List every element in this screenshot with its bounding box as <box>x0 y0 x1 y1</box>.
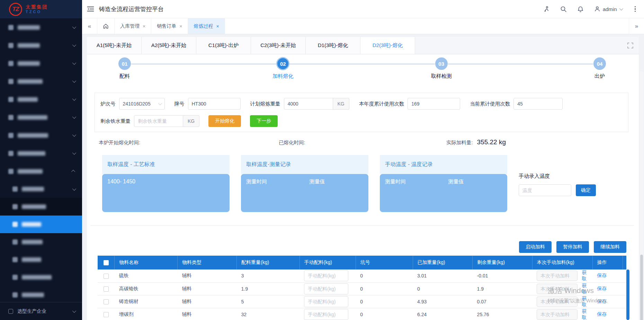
menu-item-label-blurred <box>18 61 40 66</box>
tab-close-icon[interactable]: × <box>216 24 219 29</box>
collapse-menu-icon[interactable] <box>87 6 94 12</box>
get-link[interactable]: 获取 <box>582 295 588 308</box>
notification-bell-icon[interactable] <box>577 6 584 12</box>
get-link[interactable]: 获取 <box>582 269 588 282</box>
menu-item-icon <box>8 309 13 314</box>
step-03: 03取样检测 <box>435 57 448 70</box>
manual-batch-input[interactable] <box>304 283 348 294</box>
sidebar-item[interactable] <box>0 90 82 108</box>
cell-manual-input <box>299 269 356 282</box>
page-tab-0[interactable]: 入库管理× <box>115 18 151 34</box>
chevron-down-icon <box>72 25 76 29</box>
tabs-scroll-right[interactable]: » <box>629 18 644 34</box>
sidebar-item[interactable] <box>0 36 82 54</box>
home-tab[interactable] <box>97 18 115 34</box>
manual-feed-input[interactable] <box>537 284 578 294</box>
menu-item-icon <box>12 204 18 209</box>
get-link[interactable]: 获取 <box>582 308 588 320</box>
more-options-icon[interactable] <box>633 5 638 13</box>
page-tab-2[interactable]: 熔炼过程× <box>188 18 225 34</box>
menu-item-icon <box>8 43 14 48</box>
sidebar-item-active[interactable] <box>0 216 82 233</box>
grade-input[interactable] <box>188 98 241 110</box>
page-title: 铸造全流程运营管控平台 <box>99 5 164 13</box>
select-all-checkbox[interactable] <box>104 260 109 265</box>
screen-lock-icon[interactable] <box>543 6 550 12</box>
furnace-tab-2[interactable]: C1(3吨)-出炉 <box>196 37 251 54</box>
manual-feed-input[interactable] <box>537 296 578 307</box>
save-link[interactable]: 保存 <box>597 299 607 304</box>
remain-weight-input[interactable] <box>134 115 183 127</box>
table-scrollbar[interactable] <box>626 269 629 320</box>
search-icon[interactable] <box>560 6 567 12</box>
tab-close-icon[interactable]: × <box>179 24 182 29</box>
user-menu[interactable]: admin <box>594 6 622 12</box>
tabs-scroll-left[interactable]: « <box>82 18 97 34</box>
manual-feed-input[interactable] <box>537 309 578 320</box>
row-checkbox[interactable] <box>104 312 109 317</box>
cell-name: 增碳剂 <box>115 308 178 320</box>
start-melting-button[interactable]: 开始熔化 <box>208 115 241 127</box>
manual-batch-input[interactable] <box>304 270 348 281</box>
manual-feed-input[interactable] <box>537 271 578 281</box>
sidebar-item-bottom[interactable]: 选型生产企业 <box>0 302 82 320</box>
sidebar-item[interactable] <box>0 162 82 180</box>
furnace-tab-0[interactable]: A1(5吨)-未开始 <box>87 37 142 54</box>
get-link[interactable]: 获取 <box>582 283 588 295</box>
fullscreen-icon[interactable] <box>627 43 633 48</box>
confirm-button[interactable]: 确定 <box>576 184 596 196</box>
page-scrollbar-thumb[interactable] <box>640 255 643 320</box>
sidebar-item[interactable] <box>0 198 82 216</box>
furnace-tab-3[interactable]: C2(3吨)-未开始 <box>251 37 306 54</box>
row-checkbox-cell <box>98 308 115 320</box>
year-count-input[interactable] <box>408 98 460 110</box>
furnace-tab-5[interactable]: D2(3吨)-熔化 <box>360 37 415 54</box>
start-feeding-button[interactable]: 启动加料 <box>519 241 552 253</box>
cell-feed-input: 获取 <box>532 269 592 282</box>
sidebar-item[interactable] <box>0 251 82 268</box>
sidebar-item[interactable] <box>0 286 82 302</box>
plan-weight-label: 计划熔炼重量 <box>250 101 280 107</box>
menu-item-icon <box>12 186 18 192</box>
row-checkbox[interactable] <box>104 274 109 279</box>
row-checkbox[interactable] <box>104 286 109 292</box>
sidebar-item[interactable] <box>0 72 82 90</box>
save-link[interactable]: 保存 <box>597 311 607 317</box>
manual-batch-input[interactable] <box>304 309 348 320</box>
temperature-input[interactable] <box>519 184 571 196</box>
furnace-tab-1[interactable]: A2(5吨)-未开始 <box>142 37 196 54</box>
sidebar-item[interactable] <box>0 126 82 144</box>
temp-standard-card: 取样温度 - 工艺标准 1400- 1450 <box>102 155 230 212</box>
save-link[interactable]: 保存 <box>597 286 607 291</box>
sidebar-item[interactable] <box>0 54 82 72</box>
page-tab-1[interactable]: 销售订单× <box>151 18 188 34</box>
menu-item-label-blurred <box>18 97 38 102</box>
sidebar-item[interactable] <box>0 268 82 286</box>
menu-item-label-blurred <box>22 204 46 209</box>
current-count-input[interactable] <box>513 98 563 110</box>
sidebar-item[interactable] <box>0 18 82 36</box>
resume-feeding-button[interactable]: 继续加料 <box>594 241 626 253</box>
tab-close-icon[interactable]: × <box>143 24 145 29</box>
measure-value-header: 测量值 <box>448 179 464 208</box>
manual-batch-input[interactable] <box>304 296 348 307</box>
page-tab-label: 熔炼过程 <box>194 23 213 29</box>
sidebar-item[interactable] <box>0 180 82 198</box>
next-step-button[interactable]: 下一步 <box>250 115 278 127</box>
sidebar-item[interactable] <box>0 233 82 251</box>
plan-weight-input[interactable] <box>284 98 333 110</box>
row-checkbox-cell <box>98 269 115 282</box>
save-link[interactable]: 保存 <box>597 273 607 278</box>
menu-item-icon <box>8 97 14 102</box>
pause-feeding-button[interactable]: 暂停加料 <box>556 241 589 253</box>
cell-pit: 0 <box>356 295 413 308</box>
furnace-no-select[interactable]: 241016D205 <box>119 98 165 110</box>
menu-item-label-blurred <box>22 257 41 262</box>
menu-item-icon <box>8 25 14 30</box>
cell-actions: 保存 <box>592 282 623 295</box>
sidebar-item[interactable] <box>0 108 82 126</box>
row-checkbox[interactable] <box>104 299 109 304</box>
cell-plan: 32 <box>237 308 300 320</box>
sidebar-item[interactable] <box>0 144 82 162</box>
furnace-tab-4[interactable]: D1(3吨)-熔化 <box>306 37 360 54</box>
